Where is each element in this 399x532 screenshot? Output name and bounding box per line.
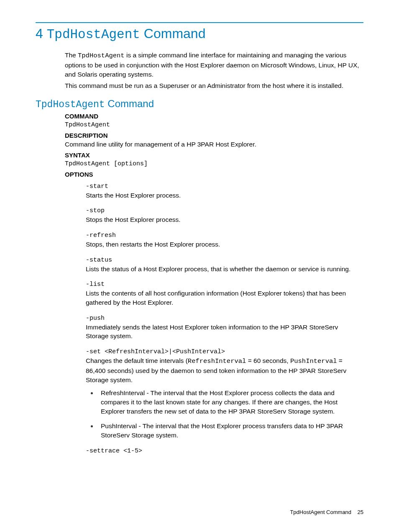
section-title: TpdHostAgent Command bbox=[36, 98, 363, 110]
option-push: -push Immediately sends the latest Host … bbox=[86, 314, 359, 341]
option-desc: Changes the default time intervals (Refr… bbox=[86, 356, 359, 384]
page-footer: TpdHostAgent Command 25 bbox=[290, 509, 363, 515]
description-value: Command line utility for management of a… bbox=[65, 140, 359, 149]
option-set: -set <RefreshInterval>|<PushInterval> Ch… bbox=[86, 347, 359, 384]
set-m1: RefreshInterval bbox=[188, 357, 246, 365]
command-value: TpdHostAgent bbox=[65, 121, 359, 129]
option-desc: Stops, then restarts the Host Explorer p… bbox=[86, 240, 359, 249]
chapter-word: Command bbox=[144, 26, 206, 41]
option-flag: -start bbox=[86, 182, 359, 191]
option-flag: -stop bbox=[86, 206, 359, 215]
option-flag: -set <RefreshInterval>|<PushInterval> bbox=[86, 347, 359, 356]
label-command: COMMAND bbox=[65, 113, 363, 120]
option-desc: Starts the Host Explorer process. bbox=[86, 191, 359, 200]
intro-p2: This command must be run as a Superuser … bbox=[65, 81, 359, 90]
option-desc: Immediately sends the latest Host Explor… bbox=[86, 323, 359, 341]
option-list: -list Lists the contents of all host con… bbox=[86, 280, 359, 307]
chapter-number: 4 bbox=[36, 26, 43, 41]
intro-p1cmd: TpdHostAgent bbox=[78, 52, 125, 59]
set-pre1: Changes the default time intervals ( bbox=[86, 357, 188, 364]
footer-page: 25 bbox=[358, 509, 363, 515]
section-cmd: TpdHostAgent bbox=[36, 99, 105, 110]
option-settrace: -settrace <1-5> bbox=[86, 447, 359, 455]
intro-p1a: The bbox=[65, 51, 78, 59]
label-description: DESCRIPTION bbox=[65, 132, 363, 139]
option-status: -status Lists the status of a Host Explo… bbox=[86, 256, 359, 274]
chapter-title: 4 TpdHostAgent Command bbox=[36, 26, 363, 42]
option-flag: -list bbox=[86, 280, 359, 289]
bullet-pushinterval: PushInterval - The interval that the Hos… bbox=[97, 421, 359, 439]
option-flag: -push bbox=[86, 314, 359, 323]
page: 4 TpdHostAgent Command The TpdHostAgent … bbox=[0, 0, 399, 532]
footer-text: TpdHostAgent Command bbox=[290, 509, 351, 515]
bullet-refreshinterval: RefreshInterval - The interval that the … bbox=[97, 388, 359, 416]
set-m2: PushInterval bbox=[290, 357, 337, 365]
option-desc: Stops the Host Explorer process. bbox=[86, 215, 359, 224]
section-word: Command bbox=[107, 98, 154, 109]
option-desc: Lists the status of a Host Explorer proc… bbox=[86, 265, 359, 274]
top-rule bbox=[36, 22, 363, 23]
option-desc: Lists the contents of all host configura… bbox=[86, 289, 359, 307]
option-flag: -refresh bbox=[86, 231, 359, 240]
option-stop: -stop Stops the Host Explorer process. bbox=[86, 206, 359, 224]
label-options: OPTIONS bbox=[65, 171, 363, 178]
intro-p1: The TpdHostAgent is a simple command lin… bbox=[65, 51, 359, 79]
syntax-value: TpdHostAgent [options] bbox=[65, 159, 359, 168]
label-syntax: SYNTAX bbox=[65, 152, 363, 159]
option-flag: -status bbox=[86, 256, 359, 265]
option-flag: -settrace <1-5> bbox=[86, 447, 359, 455]
intro-block: The TpdHostAgent is a simple command lin… bbox=[65, 51, 359, 90]
option-refresh: -refresh Stops, then restarts the Host E… bbox=[86, 231, 359, 249]
chapter-cmd: TpdHostAgent bbox=[47, 27, 140, 42]
set-bullets: RefreshInterval - The interval that the … bbox=[86, 388, 359, 439]
option-start: -start Starts the Host Explorer process. bbox=[86, 182, 359, 200]
set-mid1: = 60 seconds, bbox=[246, 357, 290, 364]
